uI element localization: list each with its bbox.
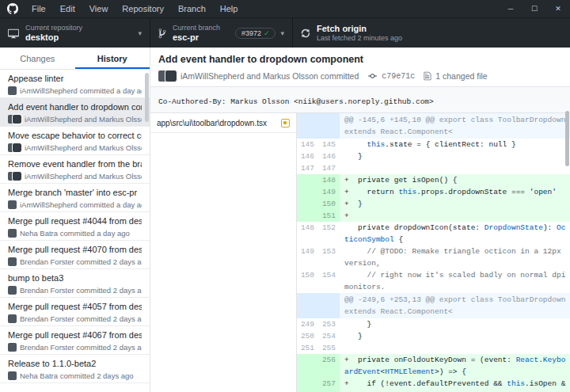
sync-icon bbox=[301, 28, 310, 39]
diff-line: 249253 } bbox=[297, 318, 570, 330]
tab-history[interactable]: History bbox=[75, 48, 150, 69]
diff-line-content: @@ -249,6 +253,13 @@ export class Toolba… bbox=[340, 293, 570, 318]
committer-avatars bbox=[158, 70, 177, 82]
menu-edit[interactable]: Edit bbox=[53, 0, 82, 17]
fetch-origin-label: Fetch origin bbox=[317, 24, 562, 34]
diff-new-line-number: 150 bbox=[318, 198, 340, 210]
commit-list-item[interactable]: Merge branch 'master' into esc-priAmWill… bbox=[0, 184, 150, 212]
minimize-button[interactable]: ─ bbox=[499, 0, 522, 17]
diff-line: 151+ bbox=[297, 210, 570, 222]
commit-list-item[interactable]: Release to 1.1.0-beta2Neha Batra committ… bbox=[0, 355, 150, 383]
diff-line-content: private dropdownIcon(state: DropdownStat… bbox=[340, 222, 570, 245]
commit-item-meta: Neha Batra committed a day ago bbox=[8, 228, 142, 238]
diff-new-line-number: 152 bbox=[318, 222, 340, 245]
close-button[interactable]: ✕ bbox=[546, 0, 570, 17]
current-repository-button[interactable]: Current repository desktop ▾ bbox=[0, 18, 150, 48]
diff-line-content: @@ -145,6 +145,10 @@ export class Toolba… bbox=[340, 113, 570, 139]
diff-line: 148+ private get isOpen() { bbox=[297, 174, 570, 186]
diff-old-line-number: 251 bbox=[297, 342, 318, 354]
diff-line: 146146 } bbox=[297, 150, 570, 162]
diff-line: 150154 // right now it's scaled badly on… bbox=[297, 269, 570, 293]
diff-line: 145145 this.state = { clientRect: null } bbox=[297, 139, 570, 150]
commit-item-title: Merge pull request #4057 from desktop/… bbox=[8, 301, 142, 312]
diff-old-line-number: 145 bbox=[297, 139, 318, 150]
menu-repository[interactable]: Repository bbox=[115, 0, 171, 17]
current-repository-value: desktop bbox=[25, 32, 133, 43]
commit-list-item[interactable]: Appease linteriAmWillShepherd committed … bbox=[0, 70, 150, 98]
avatar bbox=[13, 143, 21, 152]
menu-items: FileEditViewRepositoryBranchHelp bbox=[25, 0, 245, 17]
maximize-button[interactable]: ☐ bbox=[522, 0, 546, 17]
diff-line-content: } bbox=[340, 330, 570, 342]
repository-icon bbox=[8, 28, 19, 39]
diff-old-line-number bbox=[297, 354, 318, 378]
diff-line: 250254 } bbox=[297, 330, 570, 342]
diff-new-line-number: 147 bbox=[318, 162, 340, 174]
commit-list-item[interactable]: Remove event handler from the branches…i… bbox=[0, 155, 150, 184]
commit-list-item[interactable]: Add event handler to dropdown compon…iAm… bbox=[0, 98, 150, 127]
diff-new-line-number bbox=[318, 293, 340, 318]
fetch-origin-button[interactable]: Fetch origin Last fetched 2 minutes ago bbox=[293, 18, 570, 48]
diff-new-line-number: 145 bbox=[318, 139, 340, 150]
diff-new-line-number: 146 bbox=[318, 150, 340, 162]
commit-item-title: Appease linter bbox=[8, 73, 142, 84]
menu-file[interactable]: File bbox=[25, 0, 53, 17]
menu-view[interactable]: View bbox=[82, 0, 116, 17]
fetch-origin-status: Last fetched 2 minutes ago bbox=[317, 34, 562, 43]
pr-status-badge: #3972 ✓ bbox=[235, 28, 276, 39]
check-icon: ✓ bbox=[264, 29, 270, 37]
diff-hunk-header: @@ -145,6 +145,10 @@ export class Toolba… bbox=[297, 113, 570, 139]
diff-line-content: // right now it's scaled badly on normal… bbox=[340, 269, 570, 293]
file-row[interactable]: app\src\ui\toolbar\dropdown.tsx bbox=[150, 113, 296, 133]
diff-scrollbar[interactable] bbox=[565, 111, 569, 166]
diff-line-content: + if (!event.defaultPrevented && this.is… bbox=[340, 378, 570, 392]
avatar bbox=[13, 115, 21, 124]
commit-list-item[interactable]: Merge pull request #4057 from desktop/…B… bbox=[0, 298, 150, 326]
sidebar-scrollbar[interactable] bbox=[145, 73, 149, 122]
diff-new-line-number: 254 bbox=[318, 330, 340, 342]
diff-line-content: // @TODO: Remake triangle octicon in a 1… bbox=[340, 245, 570, 269]
commit-list-item[interactable]: Merge pull request #4070 from desktop/…B… bbox=[0, 241, 150, 269]
sidebar-tabs: Changes History bbox=[0, 48, 150, 70]
diff-line-content: + bbox=[340, 210, 570, 222]
diff-view: @@ -145,6 +145,10 @@ export class Toolba… bbox=[297, 113, 570, 392]
diff-old-line-number bbox=[297, 378, 318, 392]
commit-item-meta: Brendan Forster committed 2 days ago bbox=[8, 257, 142, 267]
diff-line-content bbox=[340, 342, 570, 354]
commit-item-meta: Brendan Forster committed 2 days ago bbox=[8, 285, 142, 295]
commit-list-item[interactable]: Move escape behavior to correct compo…iA… bbox=[0, 127, 150, 155]
current-branch-button[interactable]: Current branch esc-pr #3972 ✓ ▾ bbox=[150, 18, 293, 48]
menu-branch[interactable]: Branch bbox=[171, 0, 213, 17]
commit-item-title: Merge pull request #4070 from desktop/… bbox=[8, 244, 142, 255]
commit-item-meta: iAmWillShepherd and Markus Olsson co… bbox=[8, 171, 142, 181]
commit-list-item[interactable]: Merge pull request #4067 from desktop/…B… bbox=[0, 326, 150, 355]
avatar bbox=[8, 200, 17, 209]
diff-old-line-number bbox=[297, 293, 318, 318]
diff-new-line-number: 256 bbox=[318, 354, 340, 378]
commit-description: Co-Authored-By: Markus Olsson <niik@user… bbox=[150, 87, 570, 113]
git-branch-icon bbox=[158, 28, 166, 39]
commit-list-item[interactable]: bump to beta3Brendan Forster committed 2… bbox=[0, 269, 150, 298]
git-commit-icon bbox=[367, 71, 378, 81]
commit-list-item[interactable]: Merge pull request #4044 from desktop/…N… bbox=[0, 212, 150, 241]
diff-old-line-number bbox=[297, 198, 318, 210]
commit-item-title: Release to 1.1.0-beta2 bbox=[8, 358, 142, 369]
commit-header: Add event handler to dropdown component … bbox=[150, 48, 570, 87]
menu-help[interactable]: Help bbox=[213, 0, 245, 17]
commit-item-avatars bbox=[8, 115, 21, 124]
commit-item-title: Move escape behavior to correct compo… bbox=[8, 130, 142, 141]
commit-sha: c79e71c bbox=[382, 72, 415, 81]
commit-item-avatars bbox=[8, 200, 17, 209]
diff-line-content: + } bbox=[340, 198, 570, 210]
diff-old-line-number bbox=[297, 113, 318, 139]
diff-old-line-number bbox=[297, 210, 318, 222]
tab-changes[interactable]: Changes bbox=[0, 48, 75, 69]
toolbar: Current repository desktop ▾ Current bra… bbox=[0, 17, 570, 48]
current-branch-label: Current branch bbox=[173, 24, 234, 32]
diff-new-line-number: 255 bbox=[318, 342, 340, 354]
commit-description-text: Co-Authored-By: Markus Olsson <niik@user… bbox=[158, 97, 434, 106]
diff-line-content bbox=[340, 162, 570, 174]
commit-item-title: Merge pull request #4067 from desktop/… bbox=[8, 329, 142, 341]
github-logo-icon bbox=[6, 2, 19, 15]
commit-detail-pane: Add event handler to dropdown component … bbox=[150, 48, 570, 392]
